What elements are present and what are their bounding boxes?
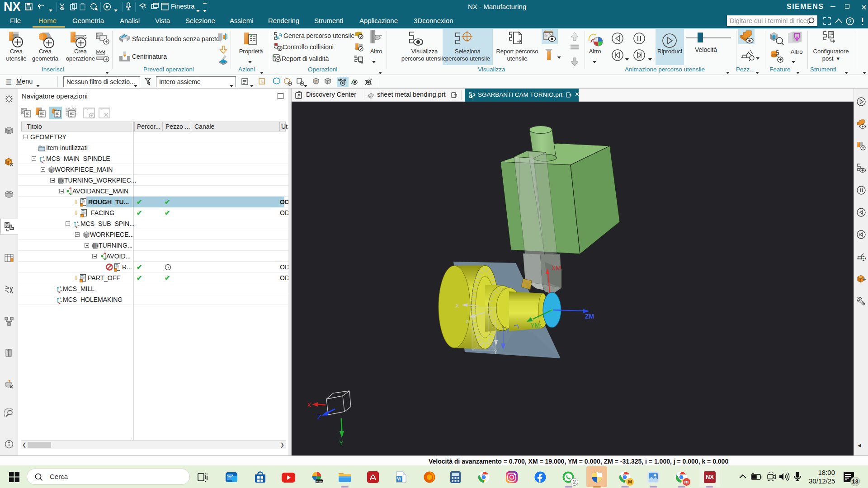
svg-text:M365: M365 xyxy=(316,480,323,483)
svg-text:YM: YM xyxy=(530,322,540,329)
svg-text:XM: XM xyxy=(552,264,561,272)
svg-text:Y: Y xyxy=(339,439,344,446)
svg-text:?: ? xyxy=(849,19,852,25)
svg-text:Y: Y xyxy=(494,348,498,355)
svg-text:z: z xyxy=(466,318,469,324)
svg-text:ZM: ZM xyxy=(585,313,594,320)
svg-text:Z: Z xyxy=(317,413,321,421)
svg-text:X: X xyxy=(307,401,311,408)
svg-text:X: X xyxy=(455,302,459,309)
